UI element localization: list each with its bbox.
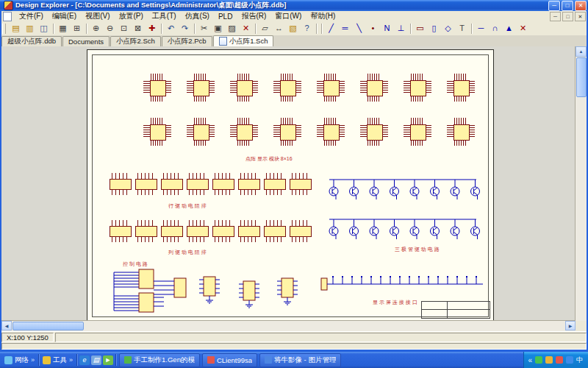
tray-icon-security[interactable] xyxy=(556,356,563,364)
tab-sch2[interactable]: 小点阵2.Sch xyxy=(110,36,161,46)
delete-object-tool-icon[interactable]: ✕ xyxy=(516,22,530,35)
maximize-button[interactable]: □ xyxy=(562,1,573,11)
resistor-network[interactable] xyxy=(187,173,209,195)
menu-tools[interactable]: 工具(T) xyxy=(148,11,181,21)
paste-icon[interactable]: ▨ xyxy=(225,22,239,35)
menu-view[interactable]: 视图(V) xyxy=(81,11,114,21)
select-area-icon[interactable]: ▱ xyxy=(258,22,272,35)
save-icon[interactable]: ◫ xyxy=(37,22,51,35)
scroll-left-button[interactable]: ◀ xyxy=(1,321,12,330)
resistor-network[interactable] xyxy=(290,173,312,195)
menu-file[interactable]: 文件(F) xyxy=(15,11,48,21)
resistor-network[interactable] xyxy=(238,173,260,195)
taskbar-toolbar-tools[interactable]: 工具» xyxy=(40,355,75,365)
resistor-network[interactable] xyxy=(187,220,209,242)
port-tool-icon[interactable]: ◇ xyxy=(441,22,455,35)
redo-icon[interactable]: ↷ xyxy=(178,22,192,35)
resistor-network[interactable] xyxy=(238,220,260,242)
scroll-up-button[interactable]: ▲ xyxy=(576,46,587,57)
cut-icon[interactable]: ✂ xyxy=(197,22,211,35)
dot-matrix-module[interactable] xyxy=(358,71,390,104)
zoom-window-icon[interactable]: ⊡ xyxy=(117,22,131,35)
dot-matrix-module[interactable] xyxy=(445,116,477,148)
resistor-network[interactable] xyxy=(110,173,132,195)
input-method-indicator[interactable]: 中 xyxy=(576,355,583,365)
copy-icon[interactable]: ▣ xyxy=(211,22,225,35)
mdi-minimize-button[interactable]: ─ xyxy=(550,12,561,21)
scroll-right-button[interactable]: ▶ xyxy=(565,321,576,330)
dot-matrix-module[interactable] xyxy=(401,71,434,104)
tab-ddb[interactable]: 超级小点阵.ddb xyxy=(1,36,62,46)
resistor-network[interactable] xyxy=(161,220,183,242)
dot-matrix-module[interactable] xyxy=(445,71,477,104)
dot-matrix-module[interactable] xyxy=(271,71,304,104)
control-ic-cluster[interactable] xyxy=(112,266,189,316)
net-label-tool-icon[interactable]: N xyxy=(380,22,394,35)
text-tool-icon[interactable]: T xyxy=(455,22,469,35)
power-port-tool-icon[interactable]: ⊥ xyxy=(394,22,408,35)
dot-matrix-module[interactable] xyxy=(228,116,260,148)
line-tool-icon[interactable]: ─ xyxy=(474,22,488,35)
resistor-network[interactable] xyxy=(212,220,234,242)
dot-matrix-module[interactable] xyxy=(141,71,173,104)
wire-tool-icon[interactable]: ╱ xyxy=(324,22,338,35)
part-tool-icon[interactable]: ▭ xyxy=(413,22,427,35)
ie-icon[interactable]: e xyxy=(79,355,90,365)
resistor-network[interactable] xyxy=(110,220,132,242)
tray-icon-volume[interactable] xyxy=(566,356,573,364)
menu-reports[interactable]: 报告(R) xyxy=(237,11,270,21)
minimize-button[interactable]: ─ xyxy=(548,1,560,11)
chevron-icon[interactable]: » xyxy=(69,356,73,364)
tray-chevron-icon[interactable]: « xyxy=(528,356,532,364)
undo-icon[interactable]: ↶ xyxy=(164,22,178,35)
open-document-icon[interactable]: ▤ xyxy=(9,22,23,35)
dot-matrix-module[interactable] xyxy=(184,71,217,104)
dot-matrix-module[interactable] xyxy=(271,116,304,148)
buffer-ic-group[interactable] xyxy=(198,271,308,312)
resistor-network[interactable] xyxy=(264,220,286,242)
player-icon[interactable]: ► xyxy=(103,355,113,365)
resistor-network[interactable] xyxy=(135,220,157,242)
vertical-scrollbar[interactable]: ▲ ▼ xyxy=(575,46,587,331)
browse-library-icon[interactable]: ▧ xyxy=(286,22,300,35)
horizontal-scrollbar[interactable]: ◀ ▶ xyxy=(1,320,576,331)
schematic-sheet[interactable]: 点阵 显示 模块 8×16行 驱 动 电 阻 排列 驱 动 电 阻 排三 极 管… xyxy=(87,49,494,322)
tab-documents[interactable]: Documents xyxy=(62,36,110,46)
menu-help[interactable]: 帮助(H) xyxy=(306,11,340,21)
dot-matrix-module[interactable] xyxy=(315,116,347,148)
resistor-network[interactable] xyxy=(135,173,157,195)
dot-matrix-module[interactable] xyxy=(401,116,434,148)
resistor-network[interactable] xyxy=(264,173,286,195)
schematic-canvas[interactable]: 点阵 显示 模块 8×16行 驱 动 电 阻 排列 驱 动 电 阻 排三 极 管… xyxy=(0,46,588,331)
open-folder-icon[interactable]: ▥ xyxy=(23,22,37,35)
zoom-all-icon[interactable]: ⊠ xyxy=(131,22,145,35)
dot-matrix-module[interactable] xyxy=(141,116,173,148)
bus-tool-icon[interactable]: ═ xyxy=(338,22,352,35)
toolbar-grip[interactable] xyxy=(2,24,6,34)
tray-icon-messenger[interactable] xyxy=(535,356,542,364)
taskbar-toolbar-network[interactable]: 网络» xyxy=(2,355,37,365)
chevron-icon[interactable]: » xyxy=(31,356,35,364)
help-icon[interactable]: ? xyxy=(300,22,314,35)
arc-tool-icon[interactable]: ∩ xyxy=(488,22,502,35)
vertical-scroll-thumb[interactable] xyxy=(576,57,587,97)
tab-sch1[interactable]: 小点阵1.Sch xyxy=(213,35,274,46)
dot-matrix-module[interactable] xyxy=(184,116,217,148)
dot-matrix-module[interactable] xyxy=(228,71,260,104)
mdi-close-button[interactable]: ✕ xyxy=(575,12,586,21)
menu-place[interactable]: 放置(P) xyxy=(114,11,147,21)
horizontal-scroll-thumb[interactable] xyxy=(12,322,84,330)
print-preview-icon[interactable]: ⊞ xyxy=(70,22,84,35)
taskbar-app-client99[interactable]: CLient99sa xyxy=(202,353,257,367)
menu-edit[interactable]: 编辑(E) xyxy=(48,11,81,21)
tab-pcb2[interactable]: 小点阵2.Pcb xyxy=(162,36,212,46)
tray-icon-update[interactable] xyxy=(545,356,553,364)
resistor-network[interactable] xyxy=(161,173,183,195)
delete-icon[interactable]: ✕ xyxy=(239,22,253,35)
taskbar-app-photo-manager[interactable]: 将牛影像 - 图片管理 xyxy=(259,353,341,367)
transistor-row[interactable] xyxy=(326,174,482,203)
desktop-icon[interactable]: ▤ xyxy=(91,355,101,365)
dot-matrix-module[interactable] xyxy=(358,116,390,148)
taskbar-app-gen-module[interactable]: 手工制作1.Gen的模 xyxy=(119,353,200,367)
polygon-tool-icon[interactable]: ▲ xyxy=(502,22,516,35)
